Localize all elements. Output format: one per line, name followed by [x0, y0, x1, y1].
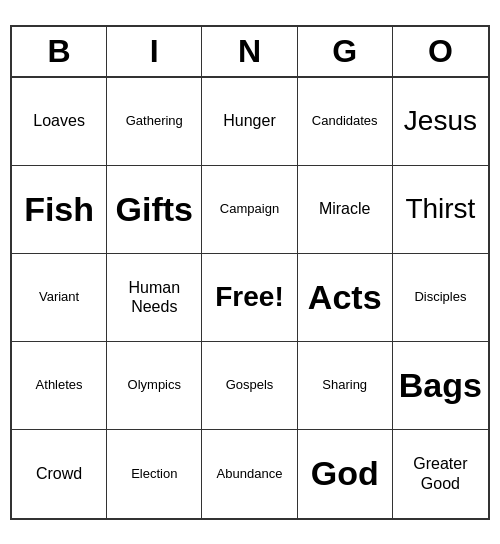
bingo-cell: Gospels [202, 342, 297, 430]
bingo-cell: Free! [202, 254, 297, 342]
cell-text: Election [131, 466, 177, 482]
cell-text: Free! [215, 280, 283, 314]
bingo-cell: Bags [393, 342, 488, 430]
cell-text: HumanNeeds [129, 278, 181, 316]
bingo-cell: Jesus [393, 78, 488, 166]
bingo-cell: Athletes [12, 342, 107, 430]
bingo-cell: Gathering [107, 78, 202, 166]
cell-text: Hunger [223, 111, 275, 130]
bingo-cell: Disciples [393, 254, 488, 342]
header-cell-B: B [12, 27, 107, 76]
cell-text: Candidates [312, 113, 378, 129]
cell-text: Thirst [405, 192, 475, 226]
header-cell-N: N [202, 27, 297, 76]
bingo-cell: Olympics [107, 342, 202, 430]
cell-text: Miracle [319, 199, 371, 218]
cell-text: Disciples [414, 289, 466, 305]
cell-text: Variant [39, 289, 79, 305]
cell-text: Acts [308, 277, 382, 318]
bingo-cell: Hunger [202, 78, 297, 166]
bingo-cell: Loaves [12, 78, 107, 166]
bingo-cell: Fish [12, 166, 107, 254]
header-cell-I: I [107, 27, 202, 76]
bingo-cell: HumanNeeds [107, 254, 202, 342]
bingo-grid: LoavesGatheringHungerCandidatesJesusFish… [12, 78, 488, 518]
bingo-cell: Abundance [202, 430, 297, 518]
bingo-cell: God [298, 430, 393, 518]
cell-text: Athletes [36, 377, 83, 393]
bingo-cell: Gifts [107, 166, 202, 254]
bingo-cell: Acts [298, 254, 393, 342]
header-cell-O: O [393, 27, 488, 76]
bingo-cell: Crowd [12, 430, 107, 518]
cell-text: Crowd [36, 464, 82, 483]
bingo-card: BINGO LoavesGatheringHungerCandidatesJes… [10, 25, 490, 520]
cell-text: Gathering [126, 113, 183, 129]
cell-text: Bags [399, 365, 482, 406]
cell-text: Gospels [226, 377, 274, 393]
cell-text: Fish [24, 189, 94, 230]
cell-text: God [311, 453, 379, 494]
bingo-cell: Election [107, 430, 202, 518]
cell-text: Sharing [322, 377, 367, 393]
bingo-cell: Thirst [393, 166, 488, 254]
header-row: BINGO [12, 27, 488, 78]
cell-text: Olympics [128, 377, 181, 393]
bingo-cell: Candidates [298, 78, 393, 166]
cell-text: Campaign [220, 201, 279, 217]
bingo-cell: GreaterGood [393, 430, 488, 518]
bingo-cell: Miracle [298, 166, 393, 254]
bingo-cell: Sharing [298, 342, 393, 430]
bingo-cell: Variant [12, 254, 107, 342]
cell-text: Loaves [33, 111, 85, 130]
cell-text: Abundance [217, 466, 283, 482]
bingo-cell: Campaign [202, 166, 297, 254]
cell-text: GreaterGood [413, 454, 467, 492]
header-cell-G: G [298, 27, 393, 76]
cell-text: Jesus [404, 104, 477, 138]
cell-text: Gifts [116, 189, 193, 230]
